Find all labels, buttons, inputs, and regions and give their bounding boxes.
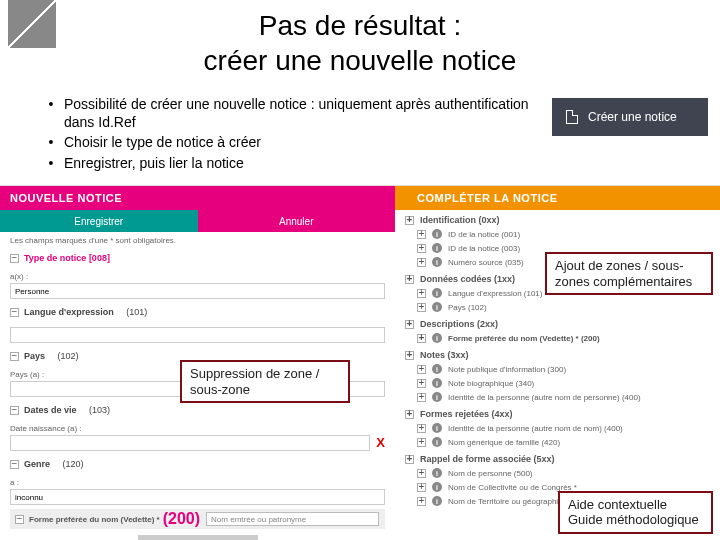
info-icon[interactable]: i: [432, 392, 442, 402]
delete-x-icon[interactable]: X: [376, 435, 385, 450]
create-notice-label: Créer une notice: [588, 110, 677, 124]
add-icon[interactable]: +: [417, 244, 426, 253]
add-icon[interactable]: +: [417, 497, 426, 506]
info-icon[interactable]: i: [432, 496, 442, 506]
create-notice-button[interactable]: Créer une notice: [552, 98, 708, 136]
add-icon[interactable]: +: [417, 365, 426, 374]
collapse-icon[interactable]: −: [10, 254, 19, 263]
right-panel: COMPLÉTER LA NOTICE +Identification (0xx…: [395, 185, 720, 537]
intro-row: •Possibilité de créer une nouvelle notic…: [0, 96, 720, 175]
collapse-icon[interactable]: −: [10, 460, 19, 469]
vedette-input[interactable]: Nom emtrée ou patronyme: [206, 512, 379, 526]
add-icon[interactable]: +: [417, 393, 426, 402]
info-icon[interactable]: i: [432, 302, 442, 312]
add-icon[interactable]: +: [417, 424, 426, 433]
bullet: •Enregistrer, puis lier la notice: [38, 155, 552, 173]
save-button[interactable]: Enregistrer: [0, 210, 198, 232]
add-icon[interactable]: +: [417, 483, 426, 492]
add-icon[interactable]: +: [417, 334, 426, 343]
add-icon[interactable]: +: [417, 258, 426, 267]
expand-icon[interactable]: +: [405, 320, 414, 329]
add-icon[interactable]: +: [417, 469, 426, 478]
add-icon[interactable]: +: [417, 438, 426, 447]
group-header[interactable]: +Formes rejetées (4xx): [395, 404, 720, 421]
field-item[interactable]: +iIdentité de la personne (autre nom de …: [395, 390, 720, 404]
callout-add-zones: Ajout de zones / sous-zones complémentai…: [545, 252, 713, 295]
field-item[interactable]: +iNom de personne (500): [395, 466, 720, 480]
type-field[interactable]: [10, 283, 385, 299]
info-icon[interactable]: i: [432, 364, 442, 374]
cancel-button[interactable]: Annuler: [198, 210, 396, 232]
left-header: NOUVELLE NOTICE: [0, 186, 395, 210]
vedette-row: − Forme préférée du nom (Vedette) * (200…: [10, 509, 385, 529]
logo-icon: [8, 0, 56, 48]
collapse-icon[interactable]: −: [10, 406, 19, 415]
field-item[interactable]: +iNom générique de famille (420): [395, 435, 720, 449]
collapse-icon[interactable]: −: [10, 352, 19, 361]
consult-viaf-button[interactable]: CONSULTER VIAF: [138, 535, 258, 540]
expand-icon[interactable]: +: [405, 275, 414, 284]
expand-icon[interactable]: +: [405, 455, 414, 464]
add-icon[interactable]: +: [417, 230, 426, 239]
info-icon[interactable]: i: [432, 423, 442, 433]
field-item[interactable]: +iNote biographique (340): [395, 376, 720, 390]
field-item[interactable]: +iIdentité de la personne (autre nom de …: [395, 421, 720, 435]
field-item[interactable]: +iNote publique d'information (300): [395, 362, 720, 376]
group-header[interactable]: +Rappel de forme associée (5xx): [395, 449, 720, 466]
slide-title: Pas de résultat :créer une nouvelle noti…: [0, 0, 720, 96]
collapse-icon[interactable]: −: [10, 308, 19, 317]
callout-help: Aide contextuelle Guide méthodologique: [558, 491, 713, 534]
field-item[interactable]: +iForme préférée du nom (Vedette) * (200…: [395, 331, 720, 345]
required-hint: Les champs marqués d'une * sont obligato…: [0, 232, 395, 247]
lang-field[interactable]: [10, 327, 385, 343]
genre-field[interactable]: [10, 489, 385, 505]
info-icon[interactable]: i: [432, 378, 442, 388]
callout-delete-zone: Suppression de zone / sous-zone: [180, 360, 350, 403]
dates-field[interactable]: [10, 435, 370, 451]
info-icon[interactable]: i: [432, 257, 442, 267]
bullet: •Possibilité de créer une nouvelle notic…: [38, 96, 552, 131]
info-icon[interactable]: i: [432, 243, 442, 253]
group-header[interactable]: +Notes (3xx): [395, 345, 720, 362]
info-icon[interactable]: i: [432, 437, 442, 447]
info-icon[interactable]: i: [432, 229, 442, 239]
right-header: COMPLÉTER LA NOTICE: [395, 186, 720, 210]
info-icon[interactable]: i: [432, 333, 442, 343]
group-header[interactable]: +Identification (0xx): [395, 210, 720, 227]
group-header[interactable]: +Descriptions (2xx): [395, 314, 720, 331]
add-icon[interactable]: +: [417, 303, 426, 312]
add-icon[interactable]: +: [417, 379, 426, 388]
bullet: •Choisir le type de notice à créer: [38, 134, 552, 152]
expand-icon[interactable]: +: [405, 216, 414, 225]
field-item[interactable]: +iPays (102): [395, 300, 720, 314]
field-item[interactable]: +iID de la notice (001): [395, 227, 720, 241]
info-icon[interactable]: i: [432, 482, 442, 492]
collapse-icon[interactable]: −: [15, 515, 24, 524]
info-icon[interactable]: i: [432, 468, 442, 478]
add-icon[interactable]: +: [417, 289, 426, 298]
expand-icon[interactable]: +: [405, 410, 414, 419]
expand-icon[interactable]: +: [405, 351, 414, 360]
document-icon: [566, 110, 578, 124]
info-icon[interactable]: i: [432, 288, 442, 298]
